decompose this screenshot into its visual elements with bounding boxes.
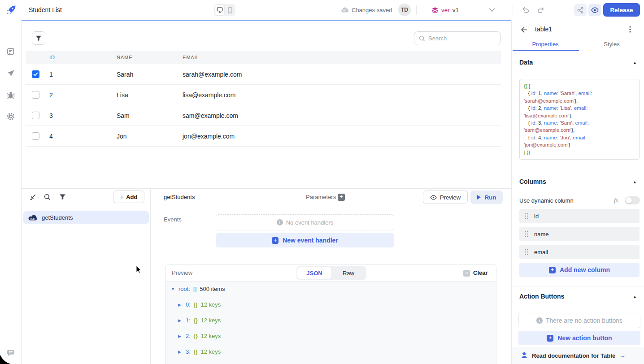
drag-handle-icon[interactable] (525, 249, 528, 255)
tab-json[interactable]: JSON (297, 267, 331, 279)
expand-arrow-icon[interactable]: ▶ (178, 318, 183, 323)
documentation-link[interactable]: Read documentation for Table → (512, 347, 644, 364)
chevron-down-icon[interactable] (489, 8, 495, 12)
preview-app-button[interactable] (588, 4, 601, 16)
fx-icon[interactable]: fx (614, 197, 618, 204)
redo-icon[interactable] (537, 6, 545, 14)
column-name: name (534, 231, 549, 238)
expand-arrow-icon[interactable]: ▶ (178, 350, 183, 354)
cloud-saved-icon (341, 7, 348, 13)
json-tree-node[interactable]: ▶3:{}12 keys (178, 348, 225, 355)
table-row[interactable]: 4Jonjon@example.com (26, 126, 501, 147)
table-body: 1Sarahsarah@example.com2Lisalisa@example… (26, 64, 501, 147)
row-checkbox[interactable] (32, 91, 39, 99)
user-avatar[interactable]: TD (398, 4, 411, 16)
tab-raw[interactable]: Raw (331, 267, 366, 279)
column-item-email[interactable]: email (519, 245, 640, 259)
table-row[interactable]: 1Sarahsarah@example.com (26, 64, 501, 85)
share-button[interactable] (574, 4, 587, 16)
settings-gear-icon[interactable] (6, 112, 15, 121)
query-editor: getStudents Parameters + Preview Run Eve… (151, 189, 511, 364)
row-checkbox[interactable] (32, 70, 39, 78)
column-item-id[interactable]: id (519, 209, 640, 223)
add-query-label: Add (126, 194, 137, 200)
json-tree-node[interactable]: ▶2:{}12 keys (178, 332, 225, 340)
tree-node-key: 3: (186, 348, 191, 355)
data-code-editor[interactable]: {{ [ { id: 1, name: 'Sarah', email:'sara… (519, 79, 640, 160)
desktop-icon[interactable] (215, 5, 224, 15)
filter-funnel-icon[interactable] (59, 194, 66, 200)
divider (512, 172, 644, 172)
table-header-email[interactable]: EMAIL (183, 51, 200, 64)
tree-root-key: root: (178, 286, 190, 292)
tree-node-meta: 12 keys (201, 301, 221, 308)
query-run-button[interactable]: Run (470, 191, 503, 204)
collapse-caret-icon[interactable]: ▲ (633, 61, 637, 65)
query-list-item[interactable]: RESTgetStudents (23, 211, 149, 224)
table-search-input[interactable] (428, 35, 491, 42)
back-arrow-icon[interactable] (520, 26, 528, 34)
section-columns-title: Columns (519, 178, 546, 185)
table-cell: sam@example.com (183, 105, 238, 126)
query-list-header: + Add (22, 189, 150, 205)
new-action-button[interactable]: + New action button (518, 331, 640, 345)
collapse-arrow-icon[interactable]: ▼ (171, 287, 175, 291)
section-data-title: Data (519, 59, 533, 66)
dynamic-column-toggle[interactable] (625, 196, 640, 204)
app-logo-rocket-icon[interactable] (6, 4, 17, 15)
clear-button[interactable]: Clear (473, 264, 488, 282)
query-preview-panel: Preview JSON Raw × Clear ▼ root: [] 500 … (165, 264, 496, 364)
table-row[interactable]: 3Samsam@example.com (26, 105, 501, 126)
tree-node-type: {} (194, 348, 198, 355)
table-cell: Lisa (117, 85, 128, 105)
send-icon[interactable] (6, 69, 15, 78)
app-root: Student List Changes saved TD ver v1 (0, 0, 644, 364)
tree-node-meta: 12 keys (201, 317, 221, 324)
collapse-caret-icon[interactable]: ▲ (633, 180, 637, 184)
eye-icon (430, 195, 437, 200)
divider (512, 51, 644, 51)
collapse-caret-icon[interactable]: ▲ (633, 295, 637, 299)
row-checkbox[interactable] (32, 132, 39, 140)
table-header-id[interactable]: ID (49, 51, 55, 64)
canvas-selection-line (22, 20, 511, 21)
query-preview-button[interactable]: Preview (423, 191, 468, 204)
query-title: getStudents (164, 189, 195, 205)
expand-arrow-icon[interactable]: ▶ (178, 334, 183, 338)
kebab-menu-icon[interactable] (627, 26, 634, 33)
drag-handle-icon[interactable] (525, 231, 528, 237)
table-header-name[interactable]: NAME (117, 51, 132, 64)
screen-corner-artifact (0, 354, 11, 364)
add-query-button[interactable]: + Add (113, 191, 144, 203)
version-layers-icon (431, 7, 439, 14)
tab-properties[interactable]: Properties (512, 39, 579, 51)
row-checkbox[interactable] (32, 112, 39, 119)
table-cell: sarah@example.com (183, 64, 242, 85)
tab-styles[interactable]: Styles (579, 39, 644, 51)
expand-arrow-icon[interactable]: ▶ (178, 303, 183, 307)
new-event-handler-button[interactable]: + New event handler (216, 233, 394, 247)
info-icon: i (536, 317, 543, 324)
table-filter-button[interactable] (32, 31, 45, 45)
drag-handle-icon[interactable] (525, 213, 528, 219)
version-selector[interactable]: ver v1 (431, 0, 459, 20)
query-editor-header: getStudents Parameters + Preview Run (151, 189, 511, 205)
table-row[interactable]: 2Lisalisa@example.com (26, 85, 501, 105)
add-parameter-icon[interactable]: + (338, 194, 345, 201)
release-button[interactable]: Release (603, 3, 640, 17)
json-tree-node[interactable]: ▶1:{}12 keys (178, 316, 225, 324)
pages-icon[interactable] (6, 48, 15, 56)
column-item-name[interactable]: name (519, 227, 640, 241)
tree-node-key: 1: (186, 317, 191, 324)
clear-x-icon[interactable]: × (463, 270, 470, 277)
json-tree-node[interactable]: ▶0:{}12 keys (178, 301, 225, 308)
add-new-column-button[interactable]: + Add new column (519, 263, 640, 277)
search-icon[interactable] (44, 194, 51, 200)
mobile-icon[interactable] (225, 5, 235, 15)
widget-name[interactable]: table1 (535, 26, 552, 33)
undo-icon[interactable] (522, 6, 530, 14)
debugger-bug-icon[interactable] (6, 91, 15, 100)
collapse-panel-icon[interactable] (30, 194, 36, 200)
json-tree-root[interactable]: ▼ root: [] 500 items (171, 285, 225, 293)
version-label: ver (441, 7, 450, 13)
